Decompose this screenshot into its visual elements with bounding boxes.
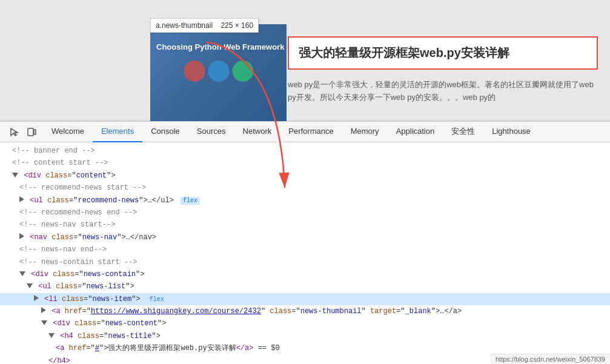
code-line-content-start: <!-- content start --> xyxy=(0,157,610,169)
tab-elements[interactable]: Elements xyxy=(93,121,142,142)
expand-triangle[interactable] xyxy=(12,173,18,177)
collapse-triangle[interactable] xyxy=(19,196,24,202)
devtools-elements-panel[interactable]: <!-- banner end --> <!-- content start -… xyxy=(0,142,610,364)
devtools-tab-bar: Welcome Elements Console Sources Network… xyxy=(0,121,610,142)
code-line-div-content[interactable]: <div class="content"> xyxy=(0,170,610,182)
element-tooltip: a.news-thumbnail 225 × 160 xyxy=(150,18,259,33)
inspect-icon[interactable] xyxy=(6,124,23,141)
flex-badge: flex xyxy=(181,197,200,205)
tooltip-selector: a.news-thumbnail xyxy=(156,21,213,30)
expand-triangle[interactable] xyxy=(41,320,47,325)
code-line-news-nav-end: <!-- news-nav end--> xyxy=(0,243,610,256)
collapse-triangle[interactable] xyxy=(41,307,46,313)
svg-rect-1 xyxy=(28,128,33,136)
tab-security[interactable]: 安全性 xyxy=(443,121,483,142)
svg-rect-2 xyxy=(34,130,36,134)
expand-triangle[interactable] xyxy=(27,283,33,288)
red-arrow-indicator xyxy=(200,36,297,206)
devtools-icon-group xyxy=(3,124,43,141)
code-line-a-title-link[interactable]: <a href="#">强大的将里级开源框架web.py安装详解</a> == … xyxy=(0,342,610,354)
flex-badge: flex xyxy=(147,296,167,303)
browser-preview: a.news-thumbnail 225 × 160 Choosing Pyth… xyxy=(0,0,610,121)
tab-welcome[interactable]: Welcome xyxy=(43,121,93,142)
status-bar: https://blog.csdn.net/weixin_5067839 xyxy=(491,354,610,364)
code-line-a-thumbnail[interactable]: <a href="https://www.shiguangkey.com/cou… xyxy=(0,305,610,317)
code-line-div-news-contain[interactable]: <div class="news-contain"> xyxy=(0,268,610,280)
tab-memory[interactable]: Memory xyxy=(342,121,388,142)
code-line-div-news-content[interactable]: <div class="news-content"> xyxy=(0,317,610,329)
code-line-h4-news-title[interactable]: <h4 class="news-title"> xyxy=(0,330,610,342)
status-url: https://blog.csdn.net/weixin_5067839 xyxy=(496,356,605,363)
tab-console[interactable]: Console xyxy=(142,121,188,142)
collapse-triangle[interactable] xyxy=(34,295,39,301)
article-title-container: 强大的轻量级开源框架web.py安装详解 xyxy=(288,36,598,70)
article-description: web py是一个非常强大，轻量的灵活的开源的web框架。著名的社区豆瓣网就使用… xyxy=(288,79,598,104)
article-title: 强大的轻量级开源框架web.py安装详解 xyxy=(299,46,509,59)
tab-application[interactable]: Application xyxy=(388,121,443,142)
code-line-recommend-end: <!-- recommend-news end --> xyxy=(0,207,610,219)
tooltip-dimensions: 225 × 160 xyxy=(220,21,253,30)
code-line-nav[interactable]: <nav class="news-nav">…</nav> xyxy=(0,231,610,243)
code-line-news-nav-start: <!-- news-nav start--> xyxy=(0,219,610,231)
code-line-recommend-start: <!-- recommend-news start --> xyxy=(0,182,610,194)
code-line-news-contain-start: <!-- news-contain start --> xyxy=(0,256,610,268)
code-line-banner-end: <!-- banner end --> xyxy=(0,145,610,157)
expand-triangle[interactable] xyxy=(48,333,55,338)
expand-triangle[interactable] xyxy=(19,271,25,276)
tab-lighthouse[interactable]: Lighthouse xyxy=(483,121,539,142)
code-line-ul-news-list[interactable]: <ul class="news-list"> xyxy=(0,280,610,293)
device-icon[interactable] xyxy=(23,124,40,141)
code-line-li-news-item[interactable]: <li class="news-item"> flex xyxy=(0,293,610,305)
code-line-ul-recommend[interactable]: <ul class="recommend-news">…</ul> flex xyxy=(0,194,610,207)
collapse-triangle[interactable] xyxy=(19,233,24,239)
